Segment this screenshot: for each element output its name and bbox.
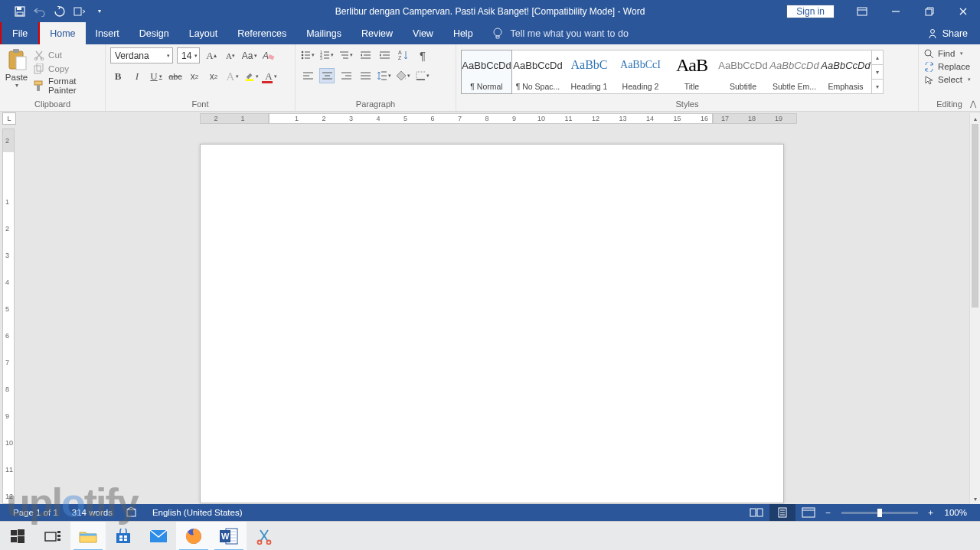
scroll-up-icon[interactable]: ▴: [970, 113, 980, 124]
scroll-down-icon[interactable]: ▾: [970, 493, 980, 504]
task-view-button[interactable]: [35, 522, 70, 551]
svg-rect-19: [246, 79, 253, 81]
tab-selector[interactable]: L: [2, 112, 16, 125]
font-color-button[interactable]: A: [263, 69, 279, 84]
tab-insert[interactable]: Insert: [86, 22, 129, 44]
tab-review[interactable]: Review: [351, 22, 403, 44]
paste-button[interactable]: Paste ▾: [5, 47, 28, 89]
align-center-button[interactable]: [319, 68, 335, 83]
scroll-up-icon[interactable]: ▴: [872, 50, 883, 65]
gallery-more-icon[interactable]: ▾: [872, 80, 883, 93]
tab-file[interactable]: File: [0, 22, 40, 44]
store-taskbar[interactable]: [106, 522, 141, 551]
style-item[interactable]: AaBbCcDdSubtle Em...: [769, 50, 820, 93]
tell-me-search[interactable]: Tell me what you want to do: [492, 22, 629, 44]
highlight-button[interactable]: [244, 69, 260, 84]
replace-button[interactable]: Replace: [923, 61, 971, 72]
align-right-button[interactable]: [338, 68, 354, 83]
style-item[interactable]: AaBbCcDdSubtitle: [717, 50, 769, 93]
select-button[interactable]: Select ▾: [923, 74, 971, 85]
zoom-slider-thumb[interactable]: [877, 509, 882, 517]
numbering-button[interactable]: 123: [319, 47, 335, 63]
strikethrough-button[interactable]: abc: [168, 69, 183, 84]
save-icon[interactable]: [14, 5, 26, 18]
gallery-scroll[interactable]: ▴▾▾: [871, 50, 883, 93]
file-explorer-taskbar[interactable]: [70, 522, 106, 551]
styles-gallery[interactable]: AaBbCcDd¶ NormalAaBbCcDd¶ No Spac...AaBb…: [461, 50, 884, 94]
show-marks-button[interactable]: ¶: [415, 47, 430, 63]
change-case-button[interactable]: Aa: [242, 48, 257, 63]
multilevel-list-button[interactable]: [338, 47, 354, 63]
web-layout-button[interactable]: [795, 504, 822, 521]
superscript-button[interactable]: x2: [206, 69, 221, 84]
qat-more-icon[interactable]: ▾: [93, 5, 106, 18]
tab-home[interactable]: Home: [40, 22, 85, 44]
bold-button[interactable]: B: [110, 69, 126, 84]
style-item[interactable]: AaBTitle: [666, 50, 717, 93]
tab-help[interactable]: Help: [443, 22, 483, 44]
font-size-combo[interactable]: 14▾: [177, 47, 200, 63]
increase-indent-button[interactable]: [377, 47, 392, 63]
italic-button[interactable]: I: [129, 69, 145, 84]
align-left-button[interactable]: [300, 68, 315, 83]
maximize-icon[interactable]: [913, 0, 946, 22]
cut-button[interactable]: Cut: [33, 49, 100, 60]
firefox-taskbar[interactable]: [176, 522, 211, 551]
ribbon-display-icon[interactable]: [845, 0, 879, 22]
zoom-in-button[interactable]: +: [924, 508, 938, 517]
copy-button[interactable]: Copy: [33, 63, 100, 74]
style-item[interactable]: AaBbCcIHeading 2: [615, 50, 666, 93]
tab-mailings[interactable]: Mailings: [296, 22, 351, 44]
scroll-down-icon[interactable]: ▾: [872, 65, 883, 80]
ribbon-tabs: File Home Insert Design Layout Reference…: [0, 22, 980, 44]
read-mode-button[interactable]: [743, 504, 769, 521]
borders-button[interactable]: [415, 68, 430, 83]
line-spacing-button[interactable]: [377, 68, 392, 83]
share-button[interactable]: Share: [915, 22, 980, 44]
word-taskbar[interactable]: W: [211, 522, 247, 551]
style-item[interactable]: AaBbCcDdEmphasis: [820, 50, 871, 93]
undo-icon[interactable]: [34, 5, 46, 18]
font-name-combo[interactable]: Verdana▾: [110, 47, 173, 63]
document-page[interactable]: [200, 144, 784, 503]
find-button[interactable]: Find ▾: [923, 48, 971, 59]
sign-in-button[interactable]: Sign in: [786, 5, 835, 18]
zoom-level[interactable]: 100%: [938, 508, 974, 517]
tab-references[interactable]: References: [227, 22, 296, 44]
start-button[interactable]: [0, 522, 35, 551]
touch-mode-icon[interactable]: [74, 5, 86, 18]
style-item[interactable]: AaBbCcDd¶ Normal: [461, 50, 512, 94]
underline-button[interactable]: U: [149, 69, 164, 84]
clear-formatting-button[interactable]: A: [261, 48, 276, 63]
shading-button[interactable]: [396, 68, 411, 83]
zoom-slider[interactable]: [841, 512, 918, 514]
zoom-out-button[interactable]: −: [822, 508, 835, 517]
language-status[interactable]: English (United States): [145, 508, 250, 517]
tab-layout[interactable]: Layout: [179, 22, 228, 44]
print-layout-button[interactable]: [769, 504, 795, 521]
collapse-ribbon-icon[interactable]: ⋀: [970, 99, 976, 108]
format-painter-button[interactable]: Format Painter: [33, 76, 100, 95]
text-effects-button[interactable]: A: [225, 69, 240, 84]
snip-taskbar[interactable]: [247, 522, 282, 551]
sort-button[interactable]: AZ: [396, 47, 411, 63]
svg-rect-1: [17, 7, 21, 10]
minimize-icon[interactable]: [879, 0, 913, 22]
repeat-icon[interactable]: [54, 5, 66, 18]
close-icon[interactable]: [946, 0, 980, 22]
decrease-indent-button[interactable]: [358, 47, 373, 63]
bullets-button[interactable]: [300, 47, 315, 63]
tab-view[interactable]: View: [403, 22, 443, 44]
subscript-button[interactable]: x2: [187, 69, 202, 84]
vertical-ruler[interactable]: 1234567891011122: [2, 129, 15, 504]
style-item[interactable]: AaBbCcDd¶ No Spac...: [512, 50, 564, 93]
grow-font-button[interactable]: A▴: [204, 48, 219, 63]
tab-design[interactable]: Design: [129, 22, 179, 44]
shrink-font-button[interactable]: A▾: [223, 48, 238, 63]
horizontal-ruler[interactable]: 2112345678910111213141516171819: [200, 113, 797, 124]
mail-taskbar[interactable]: [141, 522, 176, 551]
style-item[interactable]: AaBbCHeading 1: [564, 50, 615, 93]
vertical-scrollbar[interactable]: ▴ ▾: [969, 113, 980, 504]
scrollbar-thumb[interactable]: [972, 124, 978, 308]
justify-button[interactable]: [358, 68, 373, 83]
